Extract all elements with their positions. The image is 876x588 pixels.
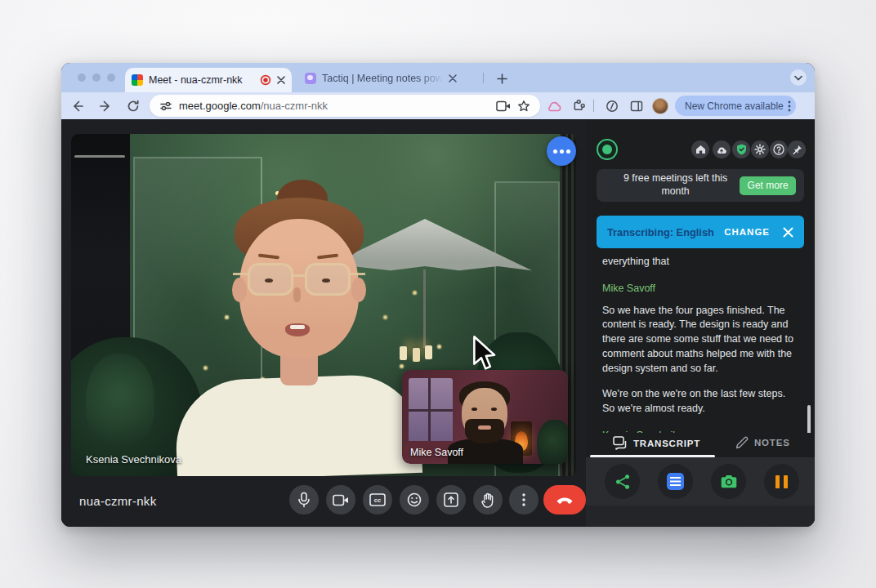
quota-card: 9 free meetings left this month Get more <box>597 169 804 202</box>
tactiq-sidebar: 9 free meetings left this month Get more… <box>586 119 815 527</box>
tab-search-button[interactable] <box>790 69 807 86</box>
pip-video-tile[interactable]: Mike Savoff <box>402 370 568 464</box>
captions-icon: cc <box>369 493 386 506</box>
transcript-text: everything that <box>602 255 798 270</box>
meet-stage: Ksenia Svechnikova M <box>61 119 586 527</box>
captions-button[interactable]: cc <box>363 485 392 514</box>
pause-icon <box>775 475 788 488</box>
meet-favicon-icon <box>132 74 143 86</box>
address-bar[interactable]: meet.google.com/nua-czmr-nkk <box>150 95 540 117</box>
tab-close-icon[interactable] <box>277 76 285 84</box>
sidebar-footer <box>586 506 815 527</box>
change-language-button[interactable]: CHANGE <box>724 227 770 237</box>
tactiq-favicon-icon <box>305 73 316 84</box>
back-arrow-icon <box>71 100 84 113</box>
pin-button[interactable] <box>788 140 806 158</box>
mic-button[interactable] <box>289 485 319 514</box>
page-content: Ksenia Svechnikova M <box>61 119 815 527</box>
privacy-button[interactable] <box>732 140 750 158</box>
tactiq-logo-icon <box>597 139 618 160</box>
pause-transcription-button[interactable] <box>764 464 799 499</box>
participant-teeth <box>290 325 305 329</box>
tab-title: Meet - nua-czmr-nkk <box>149 74 254 86</box>
new-tab-button[interactable] <box>493 69 511 87</box>
transcript-speaker: Mike Savoff <box>602 282 798 296</box>
camera-button[interactable] <box>326 485 355 514</box>
extensions-button[interactable] <box>568 96 589 117</box>
chat-bubbles-icon <box>613 436 628 450</box>
tab-label: NOTES <box>754 438 790 448</box>
transcript-text: We're on the we're on the last few steps… <box>602 387 798 416</box>
more-options-button[interactable] <box>509 485 539 514</box>
more-vert-icon[interactable] <box>788 100 791 112</box>
bookmark-star-icon[interactable] <box>517 100 530 113</box>
reactions-button[interactable] <box>400 485 429 514</box>
window-minimize-button[interactable] <box>92 74 101 82</box>
videocam-icon <box>333 494 349 506</box>
plus-icon <box>497 74 507 84</box>
tab-separator <box>483 73 484 83</box>
chevron-down-icon <box>794 75 802 81</box>
tab-notes[interactable]: NOTES <box>735 436 790 449</box>
puzzle-icon <box>572 99 586 113</box>
participant-name-label: Ksenia Svechnikova <box>86 453 181 466</box>
participant-nose <box>293 287 301 302</box>
present-button[interactable] <box>436 485 466 514</box>
window-zoom-button[interactable] <box>107 74 115 82</box>
hand-icon <box>481 492 494 508</box>
update-label: New Chrome available <box>685 100 784 112</box>
tab-meet[interactable]: Meet - nua-czmr-nkk <box>125 68 292 92</box>
transcript-text: So we have the four pages finished. The … <box>602 304 798 376</box>
toolbar-divider <box>593 100 594 112</box>
transcribing-banner: Transcribing: English CHANGE <box>597 216 804 248</box>
tab-close-icon[interactable] <box>449 74 457 82</box>
tab-capture-icon[interactable] <box>496 100 511 112</box>
help-button[interactable] <box>770 140 788 158</box>
tab-tactiq[interactable]: Tactiq | Meeting notes powe <box>300 69 473 88</box>
sidebar-tabs: TRANSCRIPT NOTES <box>586 433 815 457</box>
video-scene-candles <box>400 346 407 360</box>
sidebar-action-bar <box>586 457 815 506</box>
share-button[interactable] <box>605 464 640 499</box>
participant-ear <box>351 278 366 302</box>
home-button[interactable] <box>691 140 709 158</box>
chrome-update-button[interactable]: New Chrome available <box>675 96 796 116</box>
get-more-button[interactable]: Get more <box>740 176 796 195</box>
reload-icon <box>127 100 140 113</box>
home-icon <box>695 145 706 154</box>
pip-participant-beard <box>465 419 504 443</box>
profile-avatar[interactable] <box>652 98 668 114</box>
cloud-button[interactable] <box>713 140 731 158</box>
back-button[interactable] <box>66 95 89 118</box>
video-scene-plant <box>86 354 154 453</box>
side-panel-icon <box>630 100 643 113</box>
window-close-button[interactable] <box>78 74 86 82</box>
dot <box>560 149 564 154</box>
share-icon <box>615 474 631 490</box>
tab-title: Tactiq | Meeting notes powe <box>322 73 443 84</box>
video-scene-umbrella-pole <box>423 270 426 348</box>
view-transcript-button[interactable] <box>658 464 693 499</box>
end-call-button[interactable] <box>543 485 586 514</box>
raise-hand-button[interactable] <box>473 485 503 514</box>
forward-button[interactable] <box>94 95 117 118</box>
settings-button[interactable] <box>751 140 769 158</box>
desktop-background: Meet - nua-czmr-nkk Tactiq | Meeting not… <box>0 0 876 588</box>
tactiq-extension-icon[interactable] <box>543 96 565 117</box>
more-vert-icon <box>522 493 525 506</box>
reload-button[interactable] <box>122 95 145 118</box>
chat-bubble-button[interactable] <box>547 136 576 166</box>
site-info-icon[interactable] <box>159 100 172 113</box>
tab-label: TRANSCRIPT <box>633 439 700 448</box>
document-icon <box>667 473 684 490</box>
banner-close-button[interactable] <box>783 227 793 238</box>
extension-button[interactable] <box>601 96 623 117</box>
tab-transcript[interactable]: TRANSCRIPT <box>613 436 700 450</box>
cloud-icon <box>716 145 727 154</box>
url-text: meet.google.com/nua-czmr-nkk <box>179 100 489 112</box>
tab-strip: Meet - nua-czmr-nkk Tactiq | Meeting not… <box>61 63 815 92</box>
side-panel-button[interactable] <box>626 96 647 117</box>
camera-icon <box>721 474 737 488</box>
screenshot-button[interactable] <box>711 464 746 499</box>
pip-participant-eye <box>491 408 497 411</box>
